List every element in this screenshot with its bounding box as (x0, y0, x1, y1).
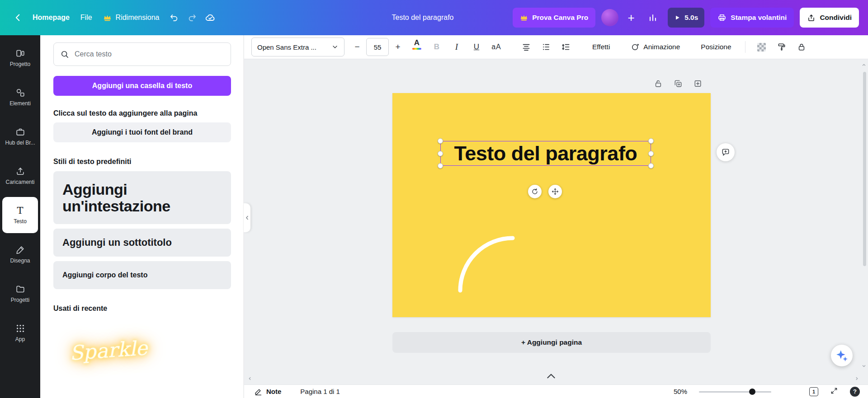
move-handle[interactable] (548, 185, 562, 198)
apps-grid-icon (15, 323, 25, 333)
insights-button[interactable] (644, 9, 662, 27)
add-page-button[interactable]: + Aggiungi pagina (392, 332, 711, 353)
search-box[interactable] (53, 42, 231, 66)
back-button[interactable] (9, 9, 27, 27)
white-arc-element[interactable] (392, 93, 711, 317)
homepage-button[interactable]: Homepage (27, 9, 75, 26)
italic-button[interactable]: I (448, 39, 465, 55)
design-page[interactable] (392, 93, 711, 317)
undo-button[interactable] (165, 9, 183, 27)
sidebar-item-label: Progetti (11, 297, 29, 303)
resize-button[interactable]: Ridimensiona (98, 9, 165, 26)
lock-button[interactable] (793, 39, 810, 55)
document-title[interactable]: Testo del paragrafo (392, 14, 454, 22)
selection-handle-bottom-left[interactable] (438, 163, 443, 169)
duplicate-page-icon (674, 79, 683, 88)
lock-icon (797, 42, 806, 52)
font-size-value[interactable]: 55 (366, 38, 389, 56)
sidebar-item-hub-del-brand[interactable]: Hub del Br... (2, 118, 38, 155)
position-button[interactable]: Posizione (695, 39, 736, 55)
copy-style-button[interactable] (774, 39, 790, 55)
redo-button[interactable] (183, 9, 201, 27)
zoom-slider-knob[interactable] (749, 389, 755, 395)
sidebar-item-disegna[interactable]: Disegna (2, 236, 38, 272)
lock-page-button[interactable] (651, 76, 665, 91)
text-color-button[interactable]: A (409, 39, 425, 55)
duplicate-page-button[interactable] (671, 76, 685, 91)
scroll-up-icon[interactable] (861, 62, 867, 68)
help-button[interactable]: ? (850, 387, 860, 397)
scroll-left-icon[interactable] (247, 375, 253, 382)
avatar[interactable] (601, 9, 618, 26)
share-label: Condividi (820, 14, 852, 22)
notes-button[interactable]: Note (254, 387, 281, 396)
sidebar-item-app[interactable]: App (2, 315, 38, 351)
panel-collapse-button[interactable] (244, 203, 250, 232)
present-timer-button[interactable]: 5.0s (668, 8, 704, 28)
page-indicator-button[interactable]: Pagina 1 di 1 (300, 388, 340, 395)
spacing-button[interactable] (558, 39, 574, 55)
assistant-button[interactable] (831, 345, 853, 366)
canvas-area[interactable]: Testo del paragrafo + Aggiu (244, 59, 868, 384)
sidebar-item-progetti[interactable]: Progetti (2, 276, 38, 312)
redo-icon (187, 13, 197, 23)
add-textbox-button[interactable]: Aggiungi una casella di testo (53, 76, 231, 96)
fullscreen-button[interactable] (830, 387, 838, 396)
font-size-decrease-button[interactable]: − (350, 39, 364, 55)
transparency-icon (757, 43, 766, 52)
brand-hub-icon (15, 127, 25, 137)
animation-button[interactable]: Animazione (625, 39, 685, 55)
rotate-icon (531, 188, 538, 195)
add-page-icon-button[interactable] (691, 76, 705, 91)
canva-editor: Homepage File Ridimensiona Testo del par… (0, 0, 868, 398)
selection-handle-bottom-right[interactable] (648, 163, 654, 169)
text-selection-box[interactable]: Testo del paragrafo (440, 141, 651, 166)
vertical-scrollbar[interactable] (862, 62, 867, 369)
sidebar-item-label: Elementi (9, 100, 31, 107)
collapse-bottom-panel-button[interactable] (545, 372, 557, 382)
statusbar-right-group: 50% 1 ? (674, 387, 860, 397)
zoom-slider[interactable] (699, 389, 771, 395)
transparency-button[interactable] (754, 39, 770, 55)
effects-button[interactable]: Effetti (587, 39, 615, 55)
text-case-button[interactable]: aA (488, 39, 505, 55)
underline-button[interactable]: U (468, 39, 485, 55)
text-icon: T (17, 206, 23, 215)
sidebar-item-elementi[interactable]: Elementi (2, 79, 38, 115)
font-size-increase-button[interactable]: + (391, 39, 405, 55)
design-icon (15, 48, 25, 58)
add-member-button[interactable]: + (624, 9, 638, 27)
rainbow-color-bar (412, 48, 421, 50)
selection-handle-top-right[interactable] (648, 138, 654, 144)
sidebar-item-progetto[interactable]: Progetto (2, 40, 38, 76)
share-button[interactable]: Condividi (800, 8, 859, 28)
try-pro-button[interactable]: Prova Canva Pro (513, 8, 595, 28)
style-subtitle-card[interactable]: Aggiungi un sottotitolo (53, 229, 231, 257)
selection-handle-top-left[interactable] (438, 138, 443, 144)
alignment-button[interactable] (518, 39, 534, 55)
vertical-scrollbar-thumb[interactable] (863, 72, 866, 266)
font-family-select[interactable]: Open Sans Extra ... (251, 37, 344, 56)
style-heading-card[interactable]: Aggiungi un'intestazione (53, 171, 231, 224)
file-menu-button[interactable]: File (75, 9, 98, 26)
scroll-right-icon[interactable] (854, 375, 860, 382)
grid-view-button[interactable]: 1 (809, 387, 818, 396)
zoom-slider-track[interactable] (699, 391, 771, 393)
search-input[interactable] (74, 50, 224, 59)
recent-style-sparkle[interactable]: Sparkle (69, 336, 148, 365)
selection-handle-middle-left[interactable] (438, 151, 443, 156)
selected-text[interactable]: Testo del paragrafo (454, 143, 637, 164)
save-status-icon (201, 9, 219, 27)
print-flyers-button[interactable]: Stampa volantini (710, 8, 794, 28)
font-family-value: Open Sans Extra ... (257, 43, 316, 51)
list-button[interactable] (538, 39, 554, 55)
comment-button[interactable] (717, 143, 735, 161)
style-body-card[interactable]: Aggiungi corpo del testo (53, 261, 231, 289)
scroll-down-icon[interactable] (861, 363, 867, 369)
sidebar-item-testo[interactable]: T Testo (2, 197, 38, 233)
selection-handle-middle-right[interactable] (648, 151, 654, 156)
rotate-handle[interactable] (528, 185, 542, 198)
bold-button[interactable]: B (429, 39, 445, 55)
sidebar-item-caricamenti[interactable]: Caricamenti (2, 158, 38, 194)
brand-fonts-button[interactable]: Aggiungi i tuoi font del brand (53, 122, 231, 142)
